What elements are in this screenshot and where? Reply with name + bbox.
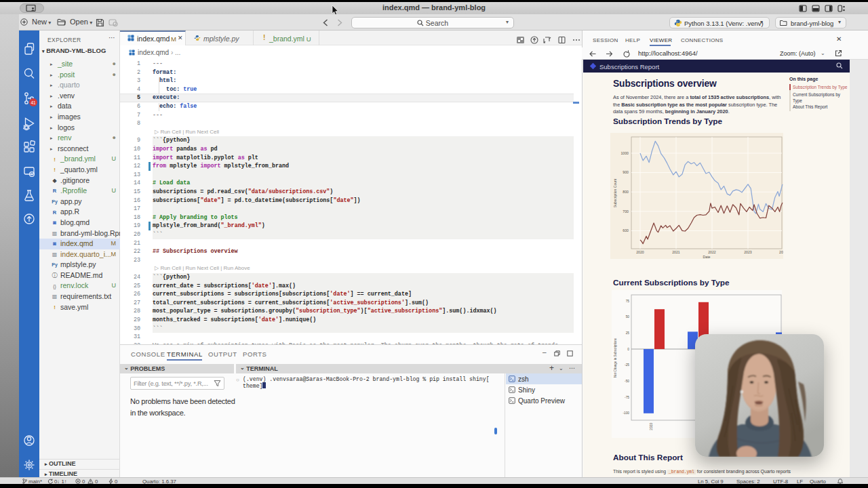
svg-text:-100: -100 bbox=[623, 411, 629, 415]
svg-text:2020: 2020 bbox=[650, 423, 653, 430]
svg-text:-50: -50 bbox=[625, 380, 629, 383]
svg-text:900: 900 bbox=[623, 170, 629, 174]
svg-text:Subscription Count: Subscription Count bbox=[613, 178, 617, 207]
svg-text:20: 20 bbox=[779, 250, 783, 254]
svg-text:2022: 2022 bbox=[708, 250, 716, 254]
svg-text:2021: 2021 bbox=[672, 250, 680, 254]
svg-text:600: 600 bbox=[623, 228, 629, 232]
svg-text:41: 41 bbox=[31, 100, 36, 105]
svg-text:1000: 1000 bbox=[620, 151, 629, 155]
svg-text:-75: -75 bbox=[625, 396, 629, 399]
svg-text:0: 0 bbox=[627, 348, 629, 351]
svg-text:25: 25 bbox=[626, 331, 630, 335]
svg-text:50: 50 bbox=[626, 315, 630, 319]
svg-text:-25: -25 bbox=[625, 363, 629, 367]
svg-text:2023: 2023 bbox=[744, 250, 752, 254]
svg-text:700: 700 bbox=[623, 209, 629, 214]
svg-text:Net Change in Subscriptions: Net Change in Subscriptions bbox=[614, 338, 617, 378]
svg-text:75: 75 bbox=[626, 300, 630, 303]
svg-text:Date: Date bbox=[703, 255, 711, 259]
svg-text:800: 800 bbox=[623, 190, 629, 194]
svg-text:2020: 2020 bbox=[636, 250, 644, 254]
